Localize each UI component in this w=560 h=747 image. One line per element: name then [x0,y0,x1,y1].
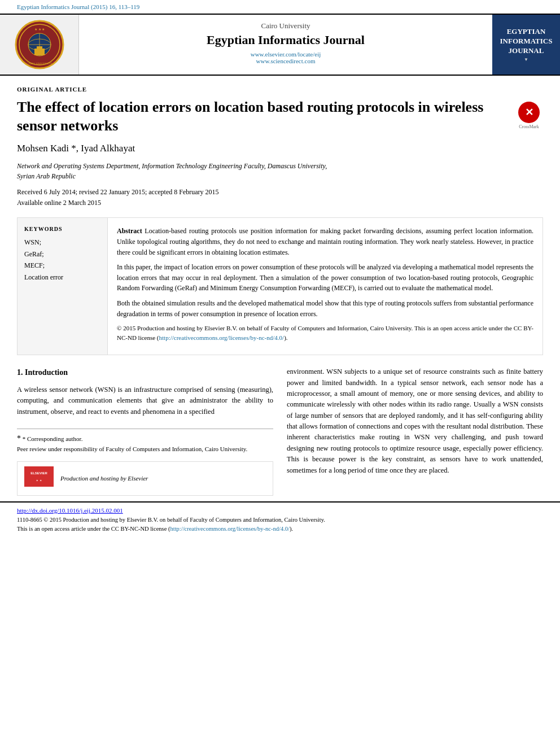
introduction-title: 1. Introduction [17,366,273,379]
journal-citation-text: Egyptian Informatics Journal (2015) 16, … [17,3,139,10]
elsevier-text: Production and hosting by Elsevier [60,474,148,483]
svg-text:CAIRO UNIVERSITY: CAIRO UNIVERSITY [26,62,53,65]
abstract-paragraph-1: Abstract Location-based routing protocol… [117,226,533,257]
keyword-2: GeRaf; [24,248,100,260]
abstract-paragraph-3: Both the obtained simulation results and… [117,298,533,319]
footer-license-line1: 1110-8665 © 2015 Production and hosting … [17,516,543,525]
keyword-3: MECF; [24,260,100,271]
affiliation-line2: Syrian Arab Republic [17,172,76,180]
footer-text-1: 1110-8665 © 2015 Production and hosting … [17,517,325,523]
abstract-license: © 2015 Production and hosting by Elsevie… [117,324,533,342]
footer-doi: http://dx.doi.org/10.1016/j.eij.2015.02.… [17,507,543,514]
university-name: Cairo University [85,21,487,30]
body-right-column: environment. WSN subjects to a unique se… [287,366,543,496]
elsevier-box: ELSEVIER ▲ ▲ Production and hosting by E… [17,461,273,495]
journal-link-1[interactable]: www.elsevier.com/locate/eij [85,51,487,58]
doi-link[interactable]: http://dx.doi.org/10.1016/j.eij.2015.02.… [17,507,123,514]
footnote-corresponding: * Corresponding author. [23,435,83,442]
keywords-box: KEYWORDS WSN; GeRaf; MECF; Location erro… [18,218,108,355]
journal-logo-right: EGYPTIAN Informatics JOURNAL ▼ [492,15,560,75]
elsevier-logo-svg: ELSEVIER ▲ ▲ [24,466,54,487]
footnote-peer-review: Peer review under responsibility of Facu… [17,444,273,454]
abstract-text-1: Location-based routing protocols use pos… [117,227,533,256]
eij-logo-line3: JOURNAL [500,46,553,56]
journal-header: ★ ★ ★ CAIRO UNIVERSITY Cairo University … [0,14,560,76]
abstract-box: Abstract Location-based routing protocol… [108,218,542,355]
affiliation: Network and Operating Systems Department… [17,161,543,181]
footer-license-link[interactable]: http://creativecommons.org/licenses/by-n… [170,526,290,532]
svg-text:ELSEVIER: ELSEVIER [30,471,47,475]
journal-citation: Egyptian Informatics Journal (2015) 16, … [0,0,560,14]
eij-logo-line2: Informatics [500,37,553,46]
footer: http://dx.doi.org/10.1016/j.eij.2015.02.… [0,501,560,538]
body-left-column: 1. Introduction A wireless sensor networ… [17,366,273,496]
intro-paragraph-1: A wireless sensor network (WSN) is an in… [17,385,273,417]
date-received: Received 6 July 2014; revised 22 January… [17,187,543,198]
journal-center-header: Cairo University Egyptian Informatics Jo… [79,15,492,75]
abstract-license-link[interactable]: http://creativecommons.org/licenses/by-n… [159,334,285,341]
elsevier-logo-icon: ELSEVIER ▲ ▲ [24,466,54,490]
footer-license-line2: This is an open access article under the… [17,525,543,534]
intro-paragraph-2: environment. WSN subjects to a unique se… [287,366,543,476]
crossmark: ✕ CrossMark [515,98,543,129]
svg-rect-7 [37,46,42,50]
eij-logo-sub: ▼ [500,57,553,62]
abstract-paragraph-2: In this paper, the impact of location er… [117,262,533,294]
crossmark-icon: ✕ [518,102,540,123]
journal-links: www.elsevier.com/locate/eij www.scienced… [85,51,487,64]
journal-link-2[interactable]: www.sciencedirect.com [85,58,487,64]
authors: Mohsen Kadi *, Iyad Alkhayat [17,143,543,154]
footnote-mark: * [17,434,21,443]
svg-rect-10 [24,466,54,487]
svg-text:▲ ▲: ▲ ▲ [36,478,42,482]
journal-title: Egyptian Informatics Journal [85,33,487,47]
abstract-label: Abstract [117,227,142,235]
keyword-1: WSN; [24,237,100,248]
eij-logo-line1: EGYPTIAN [500,27,553,37]
article-title: The effect of location errors on locatio… [17,98,515,135]
keywords-label: KEYWORDS [24,226,100,232]
body-columns: 1. Introduction A wireless sensor networ… [17,366,543,496]
affiliation-line1: Network and Operating Systems Department… [17,162,327,170]
author-names: Mohsen Kadi *, Iyad Alkhayat [17,143,135,154]
crossmark-label: CrossMark [519,124,539,129]
abstract-keywords-section: KEYWORDS WSN; GeRaf; MECF; Location erro… [17,217,543,355]
main-content: ORIGINAL ARTICLE The effect of location … [0,86,560,496]
article-title-row: The effect of location errors on locatio… [17,98,543,135]
keyword-4: Location error [24,272,100,283]
article-dates: Received 6 July 2014; revised 22 January… [17,187,543,208]
article-type: ORIGINAL ARTICLE [17,86,543,93]
footnote-star: * * Corresponding author. [17,433,273,444]
university-logo: ★ ★ ★ CAIRO UNIVERSITY [0,15,79,75]
svg-text:★ ★ ★: ★ ★ ★ [34,28,45,31]
cairo-university-logo-svg: ★ ★ ★ CAIRO UNIVERSITY [14,19,65,70]
footnote-section: * * Corresponding author. Peer review un… [17,429,273,454]
date-online: Available online 2 March 2015 [17,198,543,208]
